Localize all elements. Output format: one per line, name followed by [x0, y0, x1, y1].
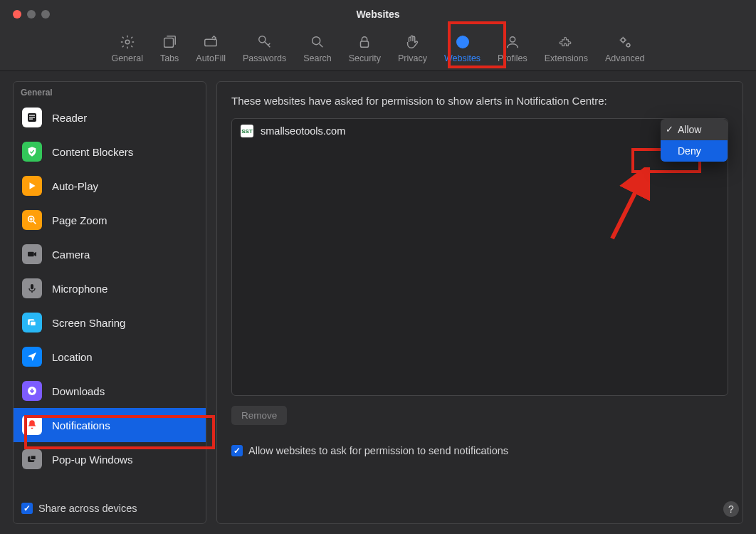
gears-icon	[616, 33, 634, 51]
toolbar-search[interactable]: Search	[295, 29, 340, 70]
close-window-button[interactable]	[13, 10, 21, 19]
website-list: SST smallseotools.com Allow Deny	[231, 118, 728, 396]
svg-point-4	[313, 37, 320, 45]
content-area: General Reader Content Blockers Auto-Pla…	[0, 71, 756, 534]
download-icon	[22, 381, 42, 401]
sidebar-item-reader[interactable]: Reader	[14, 100, 206, 135]
sidebar-item-label: Pop-up Windows	[52, 454, 132, 466]
gear-icon	[119, 33, 136, 51]
toolbar-label: Websites	[444, 53, 481, 63]
svg-rect-18	[30, 321, 36, 326]
toolbar-label: Passwords	[243, 53, 286, 63]
toolbar-tabs[interactable]: Tabs	[152, 29, 187, 70]
panel-description: These websites have asked for permission…	[231, 95, 728, 107]
popup-icon	[22, 449, 42, 469]
toolbar-label: Extensions	[545, 53, 588, 63]
toolbar-label: Security	[349, 53, 381, 63]
toolbar-extensions[interactable]: Extensions	[536, 29, 597, 70]
zoom-icon	[22, 210, 42, 230]
shield-icon	[22, 142, 42, 162]
sidebar-item-microphone[interactable]: Microphone	[14, 271, 206, 305]
sidebar-item-label: Content Blockers	[52, 146, 133, 158]
toolbar-security[interactable]: Security	[340, 29, 389, 70]
below-list-controls: Remove ✓ Allow websites to ask for permi…	[231, 406, 728, 456]
site-favicon: SST	[241, 125, 253, 137]
dropdown-option-allow[interactable]: Allow	[661, 119, 728, 140]
svg-point-8	[621, 38, 625, 43]
sidebar-item-label: Downloads	[52, 385, 105, 397]
toolbar-label: Profiles	[498, 53, 527, 63]
person-icon	[504, 33, 521, 51]
play-icon	[22, 176, 42, 196]
lock-icon	[356, 33, 373, 51]
camera-icon	[22, 244, 42, 264]
window-traffic-lights	[0, 0, 50, 19]
sidebar-item-location[interactable]: Location	[14, 340, 206, 374]
minimize-window-button[interactable]	[27, 10, 36, 19]
window-title: Websites	[0, 0, 756, 20]
remove-button[interactable]: Remove	[231, 406, 287, 425]
sidebar-item-screen-sharing[interactable]: Screen Sharing	[14, 305, 206, 340]
svg-rect-15	[28, 252, 34, 257]
toolbar-advanced[interactable]: Advanced	[597, 29, 653, 70]
toolbar-general[interactable]: General	[103, 29, 151, 70]
sidebar-item-label: Microphone	[52, 283, 107, 295]
pencil-icon	[202, 33, 219, 51]
svg-point-0	[125, 40, 130, 44]
dropdown-option-deny[interactable]: Deny	[661, 140, 728, 162]
checkbox-checked-icon[interactable]: ✓	[231, 445, 243, 456]
sidebar-item-popup-windows[interactable]: Pop-up Windows	[14, 442, 206, 476]
permission-dropdown: Allow Deny	[661, 119, 728, 162]
sidebar-list: Reader Content Blockers Auto-Play Page Z…	[14, 100, 206, 523]
sidebar-item-label: Auto-Play	[52, 180, 98, 192]
website-row[interactable]: SST smallseotools.com	[232, 119, 728, 143]
svg-rect-1	[164, 38, 174, 48]
toolbar-passwords[interactable]: Passwords	[234, 29, 295, 70]
bell-icon	[22, 415, 42, 435]
sidebar: General Reader Content Blockers Auto-Pla…	[13, 81, 206, 524]
svg-rect-12	[29, 117, 35, 117]
sidebar-item-label: Location	[52, 351, 93, 363]
svg-rect-5	[361, 41, 369, 47]
sidebar-item-notifications[interactable]: Notifications	[14, 408, 206, 442]
allow-ask-row[interactable]: ✓ Allow websites to ask for permission t…	[231, 445, 728, 456]
svg-rect-11	[29, 115, 35, 116]
sidebar-item-downloads[interactable]: Downloads	[14, 374, 206, 408]
allow-ask-label: Allow websites to ask for permission to …	[248, 445, 508, 456]
svg-rect-2	[205, 39, 217, 46]
titlebar: Websites General Tabs AutoFill Passwords…	[0, 0, 756, 71]
share-devices-row[interactable]: ✓ Share across devices	[21, 503, 137, 514]
screen-icon	[22, 313, 42, 333]
pref-toolbar: General Tabs AutoFill Passwords Search S…	[0, 21, 756, 70]
sidebar-item-content-blockers[interactable]: Content Blockers	[14, 135, 206, 169]
sidebar-item-camera[interactable]: Camera	[14, 237, 206, 271]
toolbar-label: General	[111, 53, 142, 63]
toolbar-privacy[interactable]: Privacy	[389, 29, 436, 70]
main-panel: These websites have asked for permission…	[216, 81, 743, 524]
svg-rect-13	[29, 119, 33, 120]
location-icon	[22, 347, 42, 367]
sidebar-item-auto-play[interactable]: Auto-Play	[14, 169, 206, 203]
mic-icon	[22, 278, 42, 298]
svg-rect-16	[31, 284, 33, 289]
checkbox-checked-icon[interactable]: ✓	[21, 503, 33, 514]
help-button[interactable]: ?	[723, 501, 739, 517]
toolbar-websites[interactable]: Websites	[436, 29, 489, 70]
maximize-window-button[interactable]	[41, 10, 50, 19]
reader-icon	[22, 108, 42, 127]
key-icon	[256, 33, 273, 51]
sidebar-item-label: Reader	[52, 112, 87, 124]
toolbar-profiles[interactable]: Profiles	[489, 29, 536, 70]
toolbar-autofill[interactable]: AutoFill	[187, 29, 234, 70]
svg-point-7	[510, 37, 515, 42]
svg-rect-21	[31, 456, 36, 460]
sidebar-section-header: General	[14, 82, 206, 100]
sidebar-item-label: Notifications	[52, 419, 110, 431]
site-name: smallseotools.com	[261, 125, 345, 137]
tabs-icon	[161, 33, 178, 51]
sidebar-item-label: Camera	[52, 248, 90, 261]
sidebar-item-label: Screen Sharing	[52, 317, 125, 329]
toolbar-label: Advanced	[605, 53, 645, 63]
puzzle-icon	[557, 33, 574, 51]
sidebar-item-page-zoom[interactable]: Page Zoom	[14, 203, 206, 237]
